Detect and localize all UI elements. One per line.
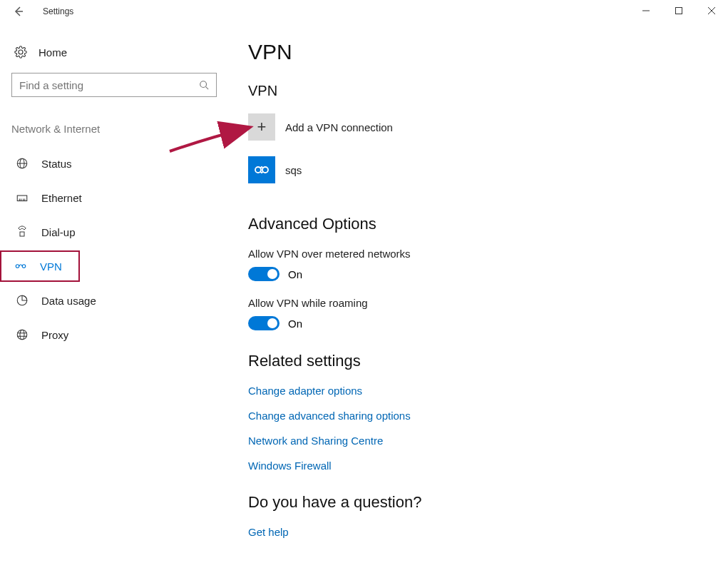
sidebar-item-proxy[interactable]: Proxy (11, 319, 217, 350)
sidebar-item-dialup[interactable]: Dial-up (11, 216, 217, 248)
status-icon (16, 157, 29, 170)
related-settings-title: Related settings (248, 352, 699, 370)
back-arrow-icon (13, 6, 24, 17)
sidebar-group-title: Network & Internet (11, 123, 217, 135)
search-box[interactable] (11, 73, 217, 97)
proxy-icon (16, 328, 29, 341)
search-input[interactable] (19, 79, 199, 91)
gear-icon (14, 46, 27, 59)
svg-point-20 (20, 330, 24, 340)
sidebar-item-label: Status (41, 158, 72, 170)
ethernet-icon (16, 191, 29, 204)
advanced-options-title: Advanced Options (248, 215, 699, 233)
search-icon (199, 80, 209, 90)
sidebar-item-label: VPN (40, 260, 62, 273)
svg-point-17 (22, 265, 26, 268)
vpn-connection-icon (253, 161, 270, 178)
svg-line-6 (206, 87, 209, 90)
dialup-icon (16, 225, 29, 238)
vpn-connection-row[interactable]: sqs (248, 156, 699, 183)
sidebar-item-label: Data usage (41, 295, 96, 307)
roaming-toggle[interactable] (248, 316, 280, 330)
vpn-connection-tile (248, 156, 275, 183)
sidebar-item-label: Proxy (41, 329, 68, 341)
back-button[interactable] (9, 1, 29, 21)
content: VPN VPN + Add a VPN connection sqs Advan… (228, 23, 728, 568)
datausage-icon (16, 294, 29, 307)
maximize-icon (675, 7, 682, 14)
page-title: VPN (248, 40, 699, 64)
metered-toggle[interactable] (248, 267, 280, 281)
maximize-button[interactable] (662, 0, 695, 21)
sidebar-item-label: Ethernet (41, 192, 82, 204)
link-get-help[interactable]: Get help (248, 526, 699, 538)
metered-toggle-row: On (248, 267, 699, 281)
vpn-section-title: VPN (248, 83, 699, 99)
metered-label: Allow VPN over metered networks (248, 248, 699, 260)
svg-rect-10 (17, 196, 27, 201)
add-vpn-row[interactable]: + Add a VPN connection (248, 113, 699, 141)
roaming-toggle-row: On (248, 316, 699, 330)
svg-point-19 (17, 330, 27, 340)
sidebar-item-label: Dial-up (41, 226, 76, 238)
window-title: Settings (43, 6, 73, 16)
close-button[interactable] (695, 0, 728, 21)
titlebar: Settings (0, 0, 728, 23)
window-controls (630, 0, 728, 21)
sidebar-item-datausage[interactable]: Data usage (11, 285, 217, 316)
sidebar: Home Network & Internet Status Ethernet (0, 23, 228, 568)
vpn-icon (14, 260, 27, 273)
sidebar-item-vpn[interactable]: VPN (0, 250, 80, 282)
vpn-connection-name: sqs (285, 164, 302, 176)
sidebar-home[interactable]: Home (11, 40, 217, 64)
link-adapter-options[interactable]: Change adapter options (248, 385, 699, 397)
sidebar-item-status[interactable]: Status (11, 148, 217, 179)
link-advanced-sharing[interactable]: Change advanced sharing options (248, 410, 699, 422)
sidebar-home-label: Home (39, 46, 67, 59)
roaming-label: Allow VPN while roaming (248, 297, 699, 309)
metered-state: On (288, 268, 302, 280)
question-title: Do you have a question? (248, 493, 699, 512)
link-network-sharing-centre[interactable]: Network and Sharing Centre (248, 435, 699, 447)
minimize-button[interactable] (630, 0, 662, 21)
svg-point-5 (200, 81, 207, 88)
close-icon (708, 7, 715, 14)
svg-point-16 (16, 265, 19, 268)
svg-rect-15 (20, 232, 24, 236)
plus-icon: + (257, 119, 267, 135)
sidebar-item-ethernet[interactable]: Ethernet (11, 182, 217, 213)
minimize-icon (642, 7, 650, 14)
svg-rect-2 (676, 8, 682, 14)
add-vpn-label: Add a VPN connection (285, 121, 393, 133)
roaming-state: On (288, 318, 302, 330)
add-vpn-tile[interactable]: + (248, 113, 275, 141)
link-windows-firewall[interactable]: Windows Firewall (248, 460, 699, 472)
